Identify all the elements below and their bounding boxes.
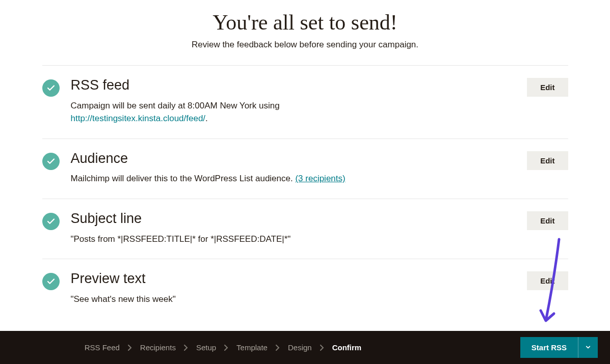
section-title-rss-feed: RSS feed	[71, 78, 519, 93]
breadcrumb-item-design[interactable]: Design	[288, 343, 312, 352]
section-desc-subject-line: "Posts from *|RSSFEED:TITLE|* for *|RSSF…	[71, 233, 519, 246]
chevron-right-icon	[184, 345, 188, 351]
start-rss-button[interactable]: Start RSS	[520, 337, 578, 358]
start-rss-dropdown[interactable]	[578, 337, 598, 358]
section-desc-preview-text: "See what's new this week"	[71, 293, 519, 306]
section-rss-feed: RSS feed Campaign will be sent daily at …	[42, 65, 568, 138]
breadcrumb-item-rss-feed[interactable]: RSS Feed	[85, 343, 120, 352]
section-subject-line: Subject line "Posts from *|RSSFEED:TITLE…	[42, 199, 568, 259]
section-title-audience: Audience	[71, 151, 519, 166]
edit-button-preview-text[interactable]: Edit	[527, 271, 568, 290]
rss-desc-suffix: .	[205, 114, 208, 123]
section-title-subject-line: Subject line	[71, 211, 519, 227]
section-desc-rss-feed: Campaign will be sent daily at 8:00AM Ne…	[71, 99, 519, 125]
chevron-down-icon	[586, 344, 591, 351]
chevron-right-icon	[320, 345, 324, 351]
bottom-bar: RSS Feed Recipients Setup Template Desig…	[0, 331, 610, 364]
chevron-right-icon	[276, 345, 280, 351]
audience-desc-prefix: Mailchimp will deliver this to the WordP…	[71, 174, 296, 183]
check-icon	[42, 153, 60, 170]
breadcrumb: RSS Feed Recipients Setup Template Desig…	[0, 343, 520, 352]
chevron-right-icon	[128, 345, 132, 351]
check-icon	[42, 273, 60, 290]
check-icon	[42, 79, 60, 97]
section-preview-text: Preview text "See what's new this week" …	[42, 259, 568, 319]
section-title-preview-text: Preview text	[71, 271, 519, 287]
section-desc-audience: Mailchimp will deliver this to the WordP…	[71, 172, 519, 185]
breadcrumb-item-setup[interactable]: Setup	[196, 343, 216, 352]
start-button-group: Start RSS	[520, 337, 598, 358]
recipients-link[interactable]: (3 recipients)	[295, 174, 345, 183]
page-subtitle: Review the feedback below before sending…	[42, 40, 568, 50]
rss-feed-link[interactable]: http://testingsitex.kinsta.cloud/feed/	[71, 114, 206, 123]
edit-button-rss-feed[interactable]: Edit	[527, 78, 568, 97]
breadcrumb-item-confirm[interactable]: Confirm	[332, 343, 362, 352]
section-audience: Audience Mailchimp will deliver this to …	[42, 138, 568, 199]
rss-desc-prefix: Campaign will be sent daily at 8:00AM Ne…	[71, 101, 280, 110]
edit-button-audience[interactable]: Edit	[527, 151, 568, 170]
breadcrumb-item-recipients[interactable]: Recipients	[140, 343, 176, 352]
page-title: You're all set to send!	[42, 10, 568, 35]
breadcrumb-item-template[interactable]: Template	[236, 343, 268, 352]
chevron-right-icon	[224, 345, 228, 351]
edit-button-subject-line[interactable]: Edit	[527, 211, 568, 230]
check-icon	[42, 213, 60, 230]
